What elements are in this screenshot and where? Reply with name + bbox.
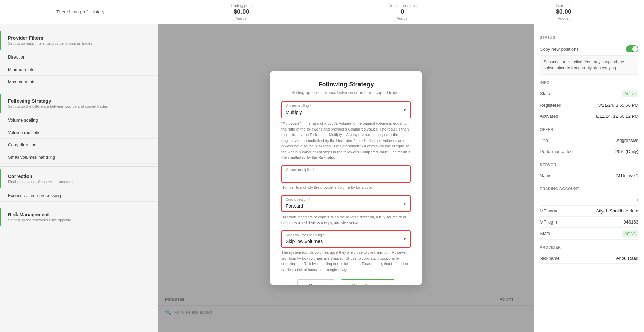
- sidebar-section-risk-management: Risk Management Setting up the follower'…: [0, 208, 158, 226]
- main-layout: Provider Filters Setting up initial filt…: [0, 24, 644, 332]
- copied-positions-period: August: [397, 16, 408, 20]
- sidebar-section-following-strategy: Following Strategy Setting up the differ…: [0, 94, 158, 113]
- modal-title: Following Strategy: [281, 81, 411, 88]
- state2-value: Active: [622, 230, 638, 237]
- mt-name-label: MT name: [540, 208, 559, 214]
- cancel-button[interactable]: Cancel: [297, 279, 335, 285]
- state2-row: State Active: [540, 228, 638, 240]
- modal-dialog: Following Strategy Setting up the differ…: [270, 71, 422, 285]
- paid-fees-section: Paid fees $0.00 August: [483, 1, 644, 23]
- sidebar-item-excess-volume[interactable]: Excess volume processing: [0, 189, 158, 202]
- activated-row: Activated 8/11/24, 12:56:12 PM: [540, 111, 638, 122]
- provider-filters-subtitle: Setting up initial filters for provider'…: [8, 41, 92, 45]
- nickname-value: Ariou Raad: [616, 256, 638, 261]
- trading-profit-section: Trading profit $0.00 August: [161, 1, 322, 23]
- copied-positions-label: Copied positions: [388, 3, 416, 8]
- copy-new-positions-toggle[interactable]: [626, 45, 638, 52]
- volume-scaling-label: Volume scaling *: [286, 104, 311, 108]
- volume-multiplier-field[interactable]: Volume multiplier *: [281, 165, 411, 183]
- sidebar-item-minimum-lots[interactable]: Minimum lots: [0, 63, 158, 76]
- volume-multiplier-group: Volume multiplier * Number to multiply t…: [281, 165, 411, 190]
- copied-positions-value: 0: [401, 8, 404, 15]
- mt-name-row: MT name Atiyeh Shakibaeefard: [540, 206, 638, 217]
- small-volumes-group: Small volumes handling * Skip low volume…: [281, 230, 411, 272]
- volume-scaling-group: Volume scaling * Autoscale Multiply Fixe…: [281, 101, 411, 160]
- server-name-label: Name: [540, 173, 552, 178]
- sidebar-item-volume-multiplier[interactable]: Volume multiplier: [0, 126, 158, 139]
- copy-new-positions-label: Copy new positions: [540, 46, 579, 52]
- sidebar-item-volume-scaling[interactable]: Volume scaling: [0, 114, 158, 126]
- sidebar-section-correction: Correction Final processing of copies' p…: [0, 169, 158, 188]
- subscription-note: Subscription is active. You may suspend …: [540, 55, 638, 75]
- mt-login-value: 946163: [624, 219, 638, 225]
- modal-overlay: Following Strategy Setting up the differ…: [158, 24, 534, 332]
- center-content: Parameter Actions 🔍 No rules are added F…: [158, 24, 534, 332]
- small-volumes-field[interactable]: Small volumes handling * Skip low volume…: [281, 230, 411, 248]
- sidebar: Provider Filters Setting up initial filt…: [0, 24, 158, 332]
- registered-value: 8/11/24, 3:55:56 PM: [598, 103, 638, 108]
- volume-multiplier-hint: Number to multiply the provider's volume…: [281, 185, 411, 190]
- sidebar-item-maximum-lots[interactable]: Maximum lots: [0, 76, 158, 88]
- copied-positions-section: Copied positions 0 August: [322, 1, 483, 23]
- registered-row: Registered 8/11/24, 3:55:56 PM: [540, 100, 638, 111]
- following-strategy-title: Following Strategy: [8, 98, 108, 104]
- mt-login-row: MT login 946163: [540, 217, 638, 228]
- small-volumes-hint: The system rounds volumes up, if they ar…: [281, 250, 411, 272]
- volume-scaling-field[interactable]: Volume scaling * Autoscale Multiply Fixe…: [281, 101, 411, 118]
- offer-title-row: Title Aggressive: [540, 135, 638, 146]
- trading-account-expand-row[interactable]: ›: [540, 194, 638, 206]
- provider-section-title: PROVIDER: [540, 245, 638, 249]
- perf-fee-value: 20% (Daily): [615, 149, 638, 154]
- copy-direction-hint: Direction modifiers of copies. With the …: [281, 214, 411, 226]
- sidebar-item-direction[interactable]: Direction: [0, 51, 158, 63]
- perf-fee-row: Performance fee 20% (Daily): [540, 146, 638, 157]
- trading-account-section-title: TRADING ACCOUNT: [540, 187, 638, 191]
- chevron-right-icon: ›: [637, 197, 638, 203]
- nickname-row: Nickname Ariou Raad: [540, 253, 638, 264]
- trading-profit-period: August: [236, 16, 247, 20]
- offer-title-value: Aggressive: [616, 138, 638, 143]
- nickname-label: Nickname: [540, 256, 560, 261]
- server-section-title: SERVER: [540, 163, 638, 167]
- paid-fees-period: August: [558, 16, 569, 20]
- modal-subtitle: Setting up the difference between source…: [281, 90, 411, 95]
- info-section-title: INFO: [540, 80, 638, 84]
- following-strategy-subtitle: Setting up the difference between source…: [8, 104, 108, 108]
- mt-name-value: Atiyeh Shakibaeefard: [596, 208, 638, 214]
- registered-label: Registered: [540, 103, 561, 108]
- copy-direction-label: Copy direction *: [286, 198, 310, 201]
- state-value: Active: [622, 91, 638, 97]
- copy-direction-group: Copy direction * Forward Reverse ▼ Direc…: [281, 195, 411, 226]
- correction-subtitle: Final processing of copies' parameters: [8, 180, 73, 184]
- no-history-text: There is no profit history: [56, 9, 104, 14]
- paid-fees-label: Paid fees: [556, 3, 571, 8]
- modal-buttons: Cancel Save Changes: [281, 279, 411, 285]
- status-section-title: STATUS: [540, 35, 638, 39]
- offer-section-title: OFFER: [540, 127, 638, 132]
- top-bar: There is no profit history Trading profi…: [0, 0, 644, 24]
- mt-login-label: MT login: [540, 219, 557, 225]
- trading-profit-value: $0.00: [234, 8, 249, 15]
- trading-profit-label: Trading profit: [230, 3, 253, 8]
- volume-multiplier-label: Volume multiplier *: [286, 168, 314, 172]
- offer-title-label: Title: [540, 138, 548, 143]
- sidebar-item-copy-direction[interactable]: Copy direction: [0, 139, 158, 151]
- provider-filters-title: Provider Filters: [8, 35, 92, 41]
- sidebar-item-small-volumes[interactable]: Small volumes handling: [0, 151, 158, 164]
- sidebar-section-provider-filters: Provider Filters Setting up initial filt…: [0, 31, 158, 50]
- state-row: State Active: [540, 88, 638, 100]
- activated-value: 8/11/24, 12:56:12 PM: [596, 114, 638, 119]
- save-button[interactable]: Save Changes: [341, 279, 395, 285]
- state-label: State: [540, 91, 550, 96]
- state2-label: State: [540, 231, 550, 236]
- activated-label: Activated: [540, 114, 558, 119]
- small-volumes-label: Small volumes handling *: [286, 233, 324, 237]
- server-name-value: MT5 Live 1: [616, 173, 638, 178]
- copy-direction-field[interactable]: Copy direction * Forward Reverse ▼: [281, 195, 411, 212]
- correction-title: Correction: [8, 174, 73, 179]
- right-panel: STATUS Copy new positions Subscription i…: [534, 24, 644, 332]
- volume-scaling-hint: "Autoscale" - The ratio of a copy's volu…: [281, 121, 411, 160]
- risk-management-title: Risk Management: [8, 212, 71, 217]
- risk-management-subtitle: Setting up the follower's risks appetite: [8, 218, 71, 222]
- server-name-row: Name MT5 Live 1: [540, 170, 638, 181]
